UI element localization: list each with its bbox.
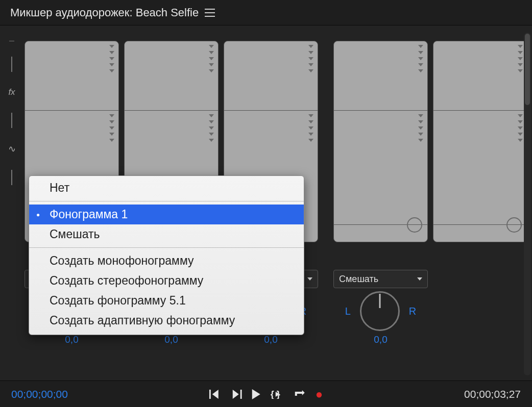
send-assign-dropdown: Нет Фонограмма 1 Смешать Создать монофон… xyxy=(29,175,304,335)
play-button[interactable] xyxy=(252,389,260,399)
pan-left-label: L xyxy=(345,306,351,317)
rail-handle-icon[interactable] xyxy=(11,113,12,128)
transport-bar: 00;00;00;00 { } ● 00;00;03;27 xyxy=(0,380,532,407)
dropdown-item-create-mono[interactable]: Создать монофонограмму xyxy=(29,251,304,271)
chevron-down-icon xyxy=(307,277,312,281)
current-timecode[interactable]: 00;00;00;00 xyxy=(11,388,68,400)
pan-region: L R 0,0 xyxy=(333,291,428,345)
effect-slot-dropdown-icon[interactable] xyxy=(209,57,214,60)
send-slot-dropdown-icon[interactable] xyxy=(418,114,423,117)
effect-slot-dropdown-icon[interactable] xyxy=(518,51,523,54)
send-slot-dropdown-icon[interactable] xyxy=(109,139,114,142)
record-button[interactable]: ● xyxy=(316,387,323,401)
send-slot-dropdown-icon[interactable] xyxy=(209,114,214,117)
output-assign-select[interactable]: Смешать xyxy=(333,270,428,288)
dropdown-item-create-adaptive[interactable]: Создать адаптивную фонограмму xyxy=(29,311,304,330)
send-slot-dropdown-icon[interactable] xyxy=(308,126,313,130)
rail-handle-icon[interactable] xyxy=(11,170,12,185)
send-slot-dropdown-icon[interactable] xyxy=(308,139,313,142)
send-slot-dropdown-icon[interactable] xyxy=(209,120,214,123)
send-slot-dropdown-icon[interactable] xyxy=(518,126,523,130)
effect-slot-dropdown-icon[interactable] xyxy=(418,51,423,54)
pan-right-label: R xyxy=(409,306,416,317)
send-slot-dropdown-icon[interactable] xyxy=(109,114,114,117)
rail-handle-icon[interactable] xyxy=(11,57,12,72)
effect-slot-dropdown-icon[interactable] xyxy=(308,57,313,60)
effect-slot-dropdown-icon[interactable] xyxy=(109,45,114,48)
panel-header: Микшер аудиодорожек: Beach Selfie xyxy=(0,0,532,26)
effects-rack xyxy=(433,41,527,242)
panel-title: Микшер аудиодорожек: Beach Selfie xyxy=(10,6,199,19)
effect-slot-dropdown-icon[interactable] xyxy=(418,69,423,72)
send-slot-dropdown-icon[interactable] xyxy=(109,133,114,136)
pan-value[interactable]: 0,0 xyxy=(65,334,78,345)
send-slot-dropdown-icon[interactable] xyxy=(518,114,523,117)
effect-slot-dropdown-icon[interactable] xyxy=(209,51,214,54)
effect-slot-dropdown-icon[interactable] xyxy=(418,57,423,60)
effect-slot-dropdown-icon[interactable] xyxy=(418,45,423,48)
pan-value[interactable]: 0,0 xyxy=(164,334,178,345)
effect-slot-dropdown-icon[interactable] xyxy=(518,45,523,48)
dropdown-item-mix[interactable]: Смешать xyxy=(29,224,304,244)
effect-slot-dropdown-icon[interactable] xyxy=(209,69,214,72)
send-slot-dropdown-icon[interactable] xyxy=(418,139,423,142)
effects-rack xyxy=(333,41,428,242)
send-slot-dropdown-icon[interactable] xyxy=(209,126,214,130)
scrollbar-thumb[interactable] xyxy=(525,34,530,105)
effect-slot-dropdown-icon[interactable] xyxy=(418,63,423,66)
effect-slot-dropdown-icon[interactable] xyxy=(109,69,114,72)
effect-slot-dropdown-icon[interactable] xyxy=(109,63,114,66)
effect-slot-dropdown-icon[interactable] xyxy=(109,51,114,54)
effect-slot-dropdown-icon[interactable] xyxy=(518,69,523,72)
dropdown-item-submix-1[interactable]: Фонограмма 1 xyxy=(29,205,304,224)
dropdown-separator xyxy=(29,201,304,201)
pan-knob[interactable] xyxy=(360,291,400,331)
pan-value[interactable]: 0,0 xyxy=(264,334,277,345)
send-slot-dropdown-icon[interactable] xyxy=(109,126,114,130)
svg-marker-1 xyxy=(212,390,219,399)
send-slot-dropdown-icon[interactable] xyxy=(109,120,114,123)
send-slot-dropdown-icon[interactable] xyxy=(209,139,214,142)
send-slot-dropdown-icon[interactable] xyxy=(209,133,214,136)
dropdown-item-none[interactable]: Нет xyxy=(29,178,304,198)
send-pan-knob[interactable] xyxy=(407,217,422,233)
chevron-down-icon xyxy=(417,277,422,281)
send-slot-dropdown-icon[interactable] xyxy=(518,133,523,136)
svg-rect-0 xyxy=(209,390,211,399)
effect-slot-dropdown-icon[interactable] xyxy=(209,63,214,66)
send-slot-dropdown-icon[interactable] xyxy=(418,126,423,130)
dropdown-item-create-51[interactable]: Создать фонограмму 5.1 xyxy=(29,291,304,311)
vertical-scrollbar[interactable] xyxy=(524,33,531,375)
sends-icon[interactable]: ∿ xyxy=(8,143,16,155)
track-column xyxy=(433,41,527,365)
go-to-in-button[interactable] xyxy=(209,390,221,399)
effect-slot-dropdown-icon[interactable] xyxy=(308,63,313,66)
send-slot-dropdown-icon[interactable] xyxy=(308,133,313,136)
effect-slot-dropdown-icon[interactable] xyxy=(308,45,313,48)
dropdown-item-create-stereo[interactable]: Создать стереофонограмму xyxy=(29,271,304,291)
effect-slot-dropdown-icon[interactable] xyxy=(109,57,114,60)
effect-slot-dropdown-icon[interactable] xyxy=(518,63,523,66)
send-pan-knob[interactable] xyxy=(506,217,522,233)
send-slot-dropdown-icon[interactable] xyxy=(308,114,313,117)
send-slot-dropdown-icon[interactable] xyxy=(418,133,423,136)
pan-value[interactable]: 0,0 xyxy=(374,334,387,345)
dropdown-separator xyxy=(29,247,304,248)
send-slot-dropdown-icon[interactable] xyxy=(418,120,423,123)
send-slot-dropdown-icon[interactable] xyxy=(518,120,523,123)
transport-buttons: { } ● xyxy=(209,387,323,401)
rail-toggle-icon[interactable] xyxy=(9,41,14,41)
fx-icon[interactable]: fx xyxy=(8,87,15,97)
effect-slot-dropdown-icon[interactable] xyxy=(518,57,523,60)
send-slot-dropdown-icon[interactable] xyxy=(308,120,313,123)
loop-button[interactable] xyxy=(294,390,305,399)
effect-slot-dropdown-icon[interactable] xyxy=(209,45,214,48)
play-in-to-out-button[interactable]: { } xyxy=(271,390,284,399)
send-slot-dropdown-icon[interactable] xyxy=(518,139,523,142)
effect-slot-dropdown-icon[interactable] xyxy=(308,51,313,54)
go-to-out-button[interactable] xyxy=(231,390,242,399)
duration-timecode: 00;00;03;27 xyxy=(464,388,521,400)
effect-slot-dropdown-icon[interactable] xyxy=(308,69,313,72)
panel-menu-icon[interactable] xyxy=(205,9,215,17)
svg-rect-3 xyxy=(240,390,242,399)
